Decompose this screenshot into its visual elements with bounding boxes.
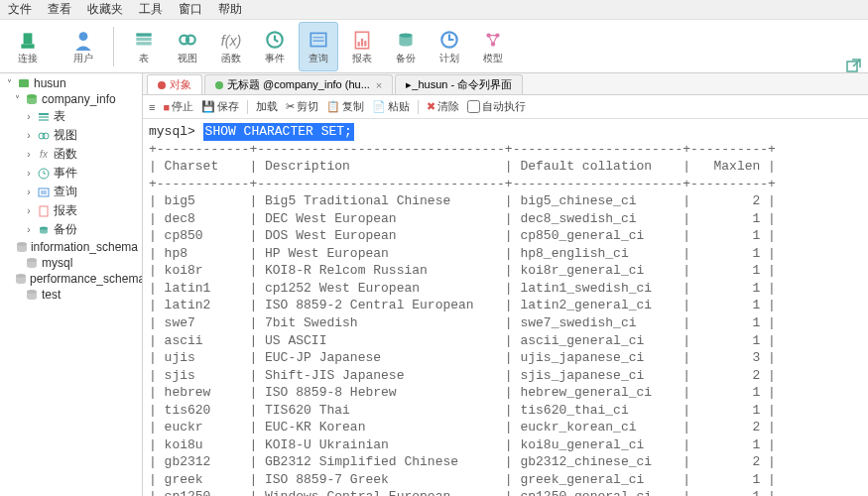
tree-node[interactable]: ›报表 bbox=[0, 201, 142, 220]
svg-rect-0 bbox=[24, 33, 28, 44]
tree-label: mysql bbox=[42, 256, 72, 270]
menu-item[interactable]: 收藏夹 bbox=[87, 1, 123, 18]
tree-toggle-icon[interactable]: › bbox=[24, 186, 34, 197]
tree-node[interactable]: ›事件 bbox=[0, 164, 142, 183]
tab-label: 对象 bbox=[170, 77, 191, 92]
menu-item[interactable]: 文件 bbox=[8, 1, 32, 18]
tree-toggle-icon[interactable]: ˅ bbox=[4, 78, 14, 89]
editor-tab[interactable]: 对象 bbox=[147, 74, 202, 94]
menu-item[interactable]: 窗口 bbox=[179, 1, 202, 18]
toolbar-table-button[interactable]: 表 bbox=[124, 22, 164, 71]
toolbar-fx-button[interactable]: f(x)函数 bbox=[211, 22, 251, 71]
tree-node[interactable]: performance_schema bbox=[0, 271, 142, 287]
toolbar-query-button[interactable]: 查询 bbox=[299, 22, 338, 71]
tree-label: test bbox=[42, 288, 61, 302]
svg-rect-29 bbox=[39, 188, 49, 196]
clear-button[interactable]: ✖ 清除 bbox=[427, 99, 459, 114]
toolbar-label: 表 bbox=[139, 52, 149, 65]
editor-tab[interactable]: ▸_ husun - 命令列界面 bbox=[395, 74, 523, 94]
external-link-icon[interactable] bbox=[846, 58, 862, 73]
svg-rect-21 bbox=[19, 79, 29, 87]
svg-rect-23 bbox=[39, 113, 49, 115]
menu-button[interactable]: ≡ bbox=[149, 101, 155, 113]
result-table: +------------+--------------------------… bbox=[149, 141, 862, 496]
toolbar-label: 用户 bbox=[73, 52, 93, 65]
toolbar-backup-button[interactable]: 备份 bbox=[386, 22, 426, 71]
tree-label: performance_schema bbox=[30, 272, 143, 286]
toolbar-label: 函数 bbox=[221, 52, 241, 65]
autorun-checkbox[interactable]: 自动执行 bbox=[467, 99, 526, 114]
menu-item[interactable]: 工具 bbox=[139, 1, 163, 18]
tree-label: information_schema bbox=[31, 240, 138, 254]
tree-label: 备份 bbox=[54, 221, 77, 238]
tab-label: 无标题 @company_info (hu... bbox=[227, 77, 370, 92]
menu-item[interactable]: 帮助 bbox=[218, 1, 242, 18]
menu-item[interactable]: 查看 bbox=[48, 1, 71, 18]
sql-console[interactable]: mysql> SHOW CHARACTER SET;+------------+… bbox=[143, 119, 868, 496]
save-button[interactable]: 💾 保存 bbox=[201, 99, 239, 114]
user-icon bbox=[71, 28, 95, 52]
tree-node[interactable]: test bbox=[0, 287, 142, 303]
query-icon bbox=[307, 28, 330, 52]
editor-tabbar: 对象无标题 @company_info (hu...×▸_ husun - 命令… bbox=[143, 73, 868, 95]
tree-toggle-icon[interactable]: ˅ bbox=[12, 94, 22, 105]
editor-tab[interactable]: 无标题 @company_info (hu...× bbox=[204, 74, 393, 94]
tree-node[interactable]: ›备份 bbox=[0, 220, 142, 239]
tree-label: 视图 bbox=[54, 127, 77, 144]
console-toolbar: ≡ ■ 停止 💾 保存 加载 ✂ 剪切 📋 复制 📄 粘贴 ✖ 清除 自动执行 bbox=[143, 95, 868, 119]
svg-rect-13 bbox=[358, 42, 360, 46]
db-tree-sidebar: ˅husun˅company_info›表›视图›fx函数›事件›查询›报表›备… bbox=[0, 73, 143, 496]
copy-button[interactable]: 📋 复制 bbox=[326, 99, 364, 114]
tree-node[interactable]: ˅husun bbox=[0, 75, 142, 91]
plug-icon bbox=[16, 28, 40, 52]
toolbar-schedule-button[interactable]: 计划 bbox=[430, 22, 469, 71]
tree-label: 查询 bbox=[54, 184, 77, 200]
load-button[interactable]: 加载 bbox=[256, 99, 278, 114]
separator bbox=[418, 100, 419, 114]
svg-rect-11 bbox=[310, 33, 325, 46]
svg-rect-24 bbox=[39, 116, 49, 118]
clock-icon bbox=[263, 28, 287, 52]
schema-closed-icon bbox=[25, 256, 39, 270]
tree-label: husun bbox=[34, 76, 66, 90]
paste-button[interactable]: 📄 粘贴 bbox=[372, 99, 410, 114]
tree-label: 表 bbox=[54, 108, 65, 125]
toolbar-plug-button[interactable]: 连接 bbox=[8, 22, 48, 71]
tree-node[interactable]: information_schema bbox=[0, 239, 142, 255]
tree-toggle-icon[interactable]: › bbox=[24, 130, 34, 141]
view-icon bbox=[176, 28, 199, 52]
toolbar-clock-button[interactable]: 事件 bbox=[255, 22, 295, 71]
toolbar-user-button[interactable]: 用户 bbox=[63, 22, 103, 71]
svg-rect-6 bbox=[136, 42, 151, 45]
tree-node[interactable]: ›表 bbox=[0, 107, 142, 126]
svg-rect-15 bbox=[364, 41, 366, 47]
tree-toggle-icon[interactable]: › bbox=[24, 168, 34, 179]
tree-toggle-icon[interactable]: › bbox=[24, 205, 34, 216]
main-toolbar: 连接用户表视图f(x)函数事件查询报表备份计划模型 bbox=[0, 20, 868, 73]
tree-node[interactable]: ›查询 bbox=[0, 183, 142, 201]
tree-node[interactable]: ›视图 bbox=[0, 126, 142, 145]
cut-button[interactable]: ✂ 剪切 bbox=[286, 99, 318, 114]
backup-icon bbox=[394, 28, 418, 52]
tree-node[interactable]: mysql bbox=[0, 255, 142, 271]
tree-toggle-icon[interactable]: › bbox=[24, 111, 34, 122]
svg-rect-4 bbox=[136, 33, 151, 36]
tree-node[interactable]: ›fx函数 bbox=[0, 145, 142, 164]
toolbar-model-button[interactable]: 模型 bbox=[473, 22, 513, 71]
schedule-icon bbox=[437, 28, 461, 52]
tree-label: 事件 bbox=[54, 165, 77, 182]
tree-toggle-icon[interactable]: › bbox=[24, 224, 34, 235]
tree-node[interactable]: ˅company_info bbox=[0, 91, 142, 107]
db-icon bbox=[17, 76, 31, 90]
close-icon[interactable]: × bbox=[376, 79, 382, 91]
sql-command: SHOW CHARACTER SET; bbox=[203, 123, 354, 141]
svg-rect-5 bbox=[136, 37, 151, 40]
toolbar-view-button[interactable]: 视图 bbox=[168, 22, 207, 71]
fx-icon: f(x) bbox=[219, 28, 243, 52]
toolbar-report-button[interactable]: 报表 bbox=[342, 22, 382, 71]
svg-text:f(x): f(x) bbox=[221, 32, 242, 48]
stop-button[interactable]: ■ 停止 bbox=[163, 99, 193, 114]
tree-toggle-icon[interactable]: › bbox=[24, 149, 34, 160]
toolbar-label: 事件 bbox=[265, 52, 285, 65]
toolbar-label: 报表 bbox=[352, 52, 372, 65]
